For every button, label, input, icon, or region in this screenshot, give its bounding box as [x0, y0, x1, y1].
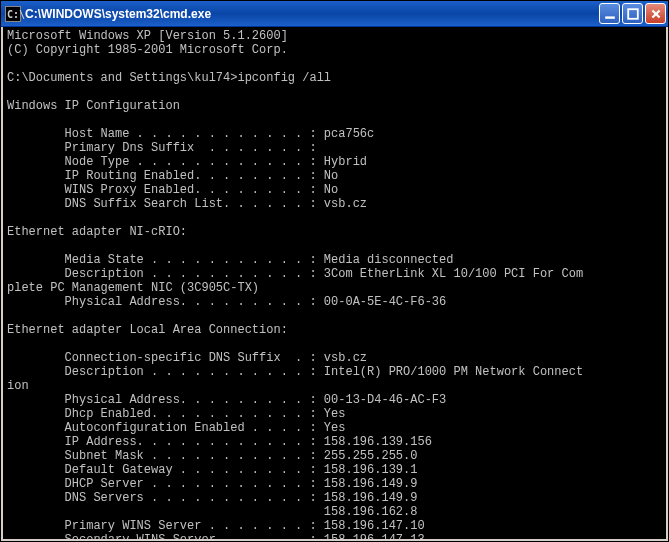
line: WINS Proxy Enabled. . . . . . . . : No — [7, 183, 338, 197]
section-header: Ethernet adapter NI-cRIO: — [7, 225, 187, 239]
line: Microsoft Windows XP [Version 5.1.2600] — [7, 29, 288, 43]
titlebar[interactable]: C:\ C:\WINDOWS\system32\cmd.exe — [1, 1, 668, 27]
line: DNS Servers . . . . . . . . . . . : 158.… — [7, 491, 417, 505]
window-title: C:\WINDOWS\system32\cmd.exe — [25, 7, 599, 21]
line: Physical Address. . . . . . . . . : 00-1… — [7, 393, 446, 407]
maximize-button[interactable] — [622, 3, 643, 24]
line: Host Name . . . . . . . . . . . . : pca7… — [7, 127, 374, 141]
section-header: Windows IP Configuration — [7, 99, 180, 113]
line: Default Gateway . . . . . . . . . : 158.… — [7, 463, 417, 477]
line: plete PC Management NIC (3C905C-TX) — [7, 281, 259, 295]
window-buttons — [599, 3, 666, 24]
svg-rect-1 — [628, 9, 638, 19]
line: Description . . . . . . . . . . . : 3Com… — [7, 267, 583, 281]
line: Physical Address. . . . . . . . . : 00-0… — [7, 295, 446, 309]
close-button[interactable] — [645, 3, 666, 24]
terminal-output[interactable]: Microsoft Windows XP [Version 5.1.2600] … — [1, 27, 668, 541]
line: (C) Copyright 1985-2001 Microsoft Corp. — [7, 43, 288, 57]
line: 158.196.162.8 — [7, 505, 417, 519]
line: DNS Suffix Search List. . . . . . : vsb.… — [7, 197, 367, 211]
line: Autoconfiguration Enabled . . . . : Yes — [7, 421, 345, 435]
line: Connection-specific DNS Suffix . : vsb.c… — [7, 351, 367, 365]
line: IP Routing Enabled. . . . . . . . : No — [7, 169, 338, 183]
line: ion — [7, 379, 29, 393]
cmd-icon: C:\ — [5, 6, 21, 22]
line: Dhcp Enabled. . . . . . . . . . . : Yes — [7, 407, 345, 421]
line: Subnet Mask . . . . . . . . . . . : 255.… — [7, 449, 417, 463]
minimize-button[interactable] — [599, 3, 620, 24]
svg-rect-0 — [605, 16, 615, 18]
cmd-window: C:\ C:\WINDOWS\system32\cmd.exe Microsof… — [0, 0, 669, 542]
line: Media State . . . . . . . . . . . : Medi… — [7, 253, 453, 267]
section-header: Ethernet adapter Local Area Connection: — [7, 323, 288, 337]
line: Description . . . . . . . . . . . : Inte… — [7, 365, 583, 379]
line: Secondary WINS Server . . . . . . : 158.… — [7, 533, 425, 541]
prompt-line: C:\Documents and Settings\kul74>ipconfig… — [7, 71, 331, 85]
line: IP Address. . . . . . . . . . . . : 158.… — [7, 435, 432, 449]
line: Primary Dns Suffix . . . . . . . : — [7, 141, 317, 155]
line: Node Type . . . . . . . . . . . . : Hybr… — [7, 155, 367, 169]
line: DHCP Server . . . . . . . . . . . : 158.… — [7, 477, 417, 491]
line: Primary WINS Server . . . . . . . : 158.… — [7, 519, 425, 533]
